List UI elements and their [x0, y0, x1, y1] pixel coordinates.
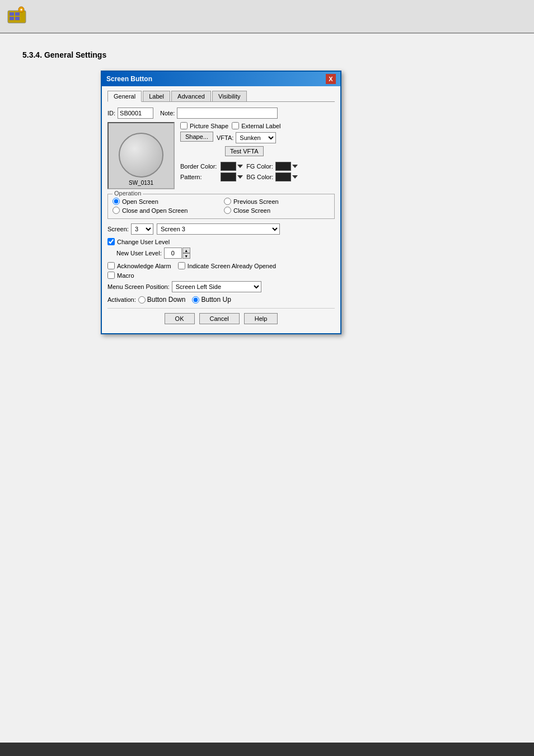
bg-color-arrow[interactable] — [292, 175, 298, 179]
stepper-down-button[interactable]: ▼ — [182, 253, 190, 259]
new-user-level-label: New User Level: — [116, 250, 162, 256]
note-input[interactable] — [177, 108, 278, 119]
svg-rect-3 — [10, 17, 14, 20]
acknowledge-alarm-label: Acknowledge Alarm — [117, 263, 171, 269]
user-level-stepper: ▲ ▼ — [164, 248, 190, 259]
button-up-label: Button Up — [201, 296, 231, 304]
tab-visibility[interactable]: Visibility — [212, 91, 247, 101]
close-open-screen-label: Close and Open Screen — [122, 207, 188, 214]
screen-name-select[interactable]: Screen 3 — [157, 223, 280, 235]
shape-vfta-row: Shape... VFTA: Sunken Raised None — [180, 132, 335, 144]
dialog-titlebar: Screen Button X — [102, 72, 340, 86]
previous-screen-label: Previous Screen — [233, 198, 279, 205]
close-screen-label: Close Screen — [233, 207, 270, 214]
external-label-label: External Label — [241, 123, 280, 129]
pattern-label: Pattern: — [180, 174, 218, 180]
border-fg-color-row: Border Color: FG Color: — [180, 162, 335, 171]
menu-screen-position-select[interactable]: Screen Left Side Screen Right Side Scree… — [172, 281, 261, 292]
close-open-screen-radio-row: Close and Open Screen — [113, 207, 218, 214]
pattern-arrow[interactable] — [237, 175, 243, 179]
pattern-swatch — [221, 172, 236, 181]
svg-text:✦: ✦ — [20, 8, 23, 12]
border-color-swatch — [221, 162, 236, 171]
stepper-buttons: ▲ ▼ — [182, 248, 190, 259]
vfta-select[interactable]: Sunken Raised None — [236, 132, 276, 143]
screen-button-dialog: Screen Button X General Label Advanced V… — [101, 71, 341, 334]
preview-name: SW_0131 — [129, 180, 153, 186]
svg-rect-4 — [15, 17, 20, 20]
screen-row: Screen: 3 Screen 3 — [107, 223, 335, 235]
shape-button[interactable]: Shape... — [180, 132, 213, 142]
previous-screen-radio-row: Previous Screen — [224, 198, 330, 205]
bg-color-label: BG Color: — [246, 174, 273, 180]
stepper-up-button[interactable]: ▲ — [182, 248, 190, 253]
pattern-bg-color-row: Pattern: BG Color: — [180, 172, 335, 181]
change-user-level-label: Change User Level — [117, 239, 170, 245]
user-level-input[interactable] — [164, 248, 182, 259]
note-label: Note: — [160, 110, 175, 116]
dialog-title: Screen Button — [106, 75, 152, 83]
previous-screen-radio[interactable] — [224, 198, 231, 205]
right-options: Picture Shape External Label Shape... VF… — [180, 122, 335, 189]
dialog-close-button[interactable]: X — [326, 74, 336, 84]
acknowledge-alarm-checkbox[interactable] — [107, 262, 115, 269]
operation-group-label: Operation — [113, 190, 143, 197]
external-label-checkbox[interactable] — [232, 122, 239, 129]
svg-rect-1 — [10, 12, 14, 16]
activation-row: Activation: Button Down Button Up — [107, 296, 335, 304]
change-user-level-row: Change User Level — [107, 238, 335, 245]
button-down-label: Button Down — [147, 296, 186, 304]
macro-row: Macro — [107, 272, 335, 279]
operation-radio-grid: Open Screen Previous Screen Close and Op… — [113, 198, 330, 214]
activation-label: Activation: — [107, 296, 136, 303]
tab-label[interactable]: Label — [143, 91, 170, 101]
fg-color-arrow[interactable] — [292, 165, 298, 168]
picture-shape-checkbox[interactable] — [180, 122, 188, 129]
cancel-button[interactable]: Cancel — [199, 313, 240, 324]
id-label: ID: — [107, 110, 115, 116]
dialog-footer: OK Cancel Help — [107, 308, 335, 326]
button-down-radio[interactable] — [138, 296, 146, 304]
fg-color-swatch — [275, 162, 291, 171]
page-content: 5.3.4. General Settings Screen Button X … — [0, 34, 534, 351]
bg-color-swatch — [275, 172, 291, 181]
picture-shape-label: Picture Shape — [190, 123, 228, 129]
dialog-body: General Label Advanced Visibility ID: No… — [102, 86, 340, 333]
screen-label: Screen: — [107, 226, 129, 232]
close-open-screen-radio[interactable] — [113, 207, 120, 214]
test-vfta-button[interactable]: Test VFTA — [225, 146, 264, 156]
bottom-bar — [0, 743, 534, 756]
change-user-level-checkbox[interactable] — [107, 238, 115, 245]
new-user-level-row: New User Level: ▲ ▼ — [116, 248, 335, 259]
open-screen-radio-row: Open Screen — [113, 198, 218, 205]
indicate-screen-checkbox[interactable] — [178, 262, 185, 269]
top-bar: ✦ — [0, 0, 534, 34]
tab-general[interactable]: General — [107, 91, 142, 102]
screen-number-select[interactable]: 3 — [131, 223, 153, 235]
tabs-container: General Label Advanced Visibility — [107, 91, 335, 102]
tab-advanced[interactable]: Advanced — [171, 91, 211, 101]
macro-label: Macro — [117, 272, 134, 279]
operation-group: Operation Open Screen Previous Screen Cl… — [107, 194, 335, 219]
fg-color-label: FG Color: — [246, 163, 273, 170]
id-input[interactable] — [118, 108, 153, 119]
button-circle-preview — [119, 133, 163, 178]
border-color-label: Border Color: — [180, 163, 218, 170]
preview-area: SW_0131 Picture Shape External Label Sh — [107, 122, 335, 189]
help-button[interactable]: Help — [244, 313, 278, 324]
macro-checkbox[interactable] — [107, 272, 115, 279]
menu-screen-position-label: Menu Screen Position: — [107, 283, 170, 290]
button-up-radio[interactable] — [192, 296, 199, 304]
close-screen-radio[interactable] — [224, 207, 231, 214]
indicate-screen-label: Indicate Screen Already Opened — [188, 263, 276, 269]
ok-button[interactable]: OK — [165, 313, 195, 324]
border-color-arrow[interactable] — [237, 165, 243, 168]
section-title: 5.3.4. General Settings — [22, 50, 512, 59]
svg-rect-2 — [15, 12, 20, 16]
acknowledge-indicate-row: Acknowledge Alarm Indicate Screen Alread… — [107, 262, 335, 269]
app-icon: ✦ — [7, 6, 27, 26]
button-preview: SW_0131 — [107, 122, 175, 189]
open-screen-label: Open Screen — [122, 198, 158, 205]
vfta-label: VFTA: — [217, 134, 233, 141]
open-screen-radio[interactable] — [113, 198, 120, 205]
